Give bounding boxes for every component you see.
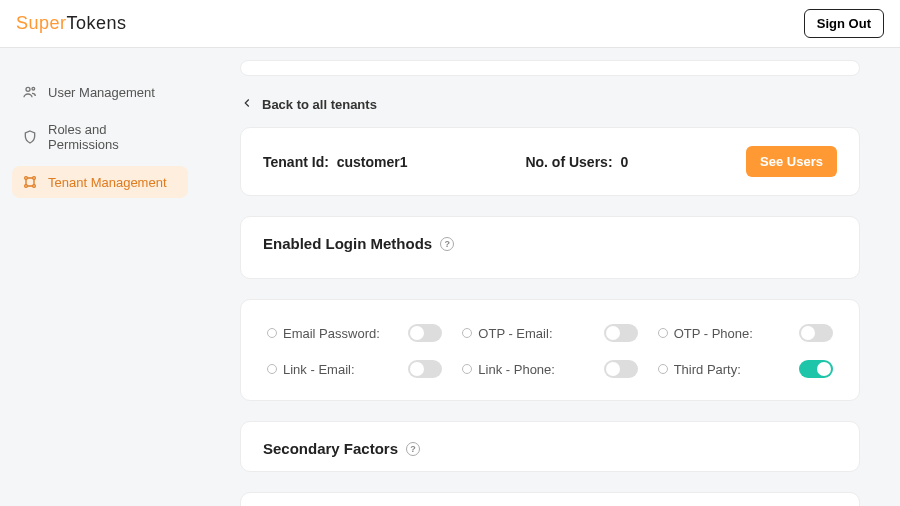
sidebar-item-tenant-management[interactable]: Tenant Management [12,166,188,198]
login-method-label-text: Email Password: [283,326,380,341]
info-icon[interactable] [462,364,472,374]
brand-part-b: Tokens [67,13,127,33]
login-method-toggle[interactable] [799,360,833,378]
login-method-toggle[interactable] [604,324,638,342]
shield-icon [22,129,38,145]
tenant-id-value: customer1 [337,154,408,170]
info-icon[interactable] [462,328,472,338]
tenant-id: Tenant Id: customer1 [263,154,408,170]
main-content: Back to all tenants Tenant Id: customer1… [200,48,900,506]
tenant-id-label: Tenant Id: [263,154,329,170]
login-method-label-text: OTP - Phone: [674,326,753,341]
svg-point-0 [26,87,30,91]
back-label: Back to all tenants [262,97,377,112]
login-methods-title: Enabled Login Methods [263,235,432,252]
back-to-tenants-link[interactable]: Back to all tenants [240,96,860,113]
card-stub-top [240,60,860,76]
arrow-left-icon [240,96,254,113]
sidebar-item-roles-permissions[interactable]: Roles and Permissions [12,114,188,160]
login-method-label-text: Third Party: [674,362,741,377]
login-method-row: OTP - Phone: [658,324,833,342]
login-method-row: Link - Phone: [462,360,637,378]
help-icon[interactable]: ? [440,237,454,251]
secondary-factors-card: Secondary Factors ? [240,421,860,472]
login-method-toggle[interactable] [408,360,442,378]
building-icon [22,174,38,190]
login-methods-grid: Email Password:OTP - Email:OTP - Phone:L… [263,318,837,382]
login-method-label: Third Party: [658,362,741,377]
help-icon[interactable]: ? [406,442,420,456]
login-method-toggle[interactable] [408,324,442,342]
secondary-factors-toggles-card: TOTP:OTP - Email:OTP - Phone: [240,492,860,506]
login-methods-toggles-card: Email Password:OTP - Email:OTP - Phone:L… [240,299,860,401]
login-method-label-text: OTP - Email: [478,326,552,341]
login-methods-card: Enabled Login Methods ? [240,216,860,279]
svg-point-2 [25,177,28,180]
brand-logo: SuperTokens [16,13,127,34]
sidebar-item-label: User Management [48,85,155,100]
login-method-label: Email Password: [267,326,380,341]
sidebar-item-label: Roles and Permissions [48,122,178,152]
app-header: SuperTokens Sign Out [0,0,900,48]
sidebar-item-user-management[interactable]: User Management [12,76,188,108]
users-count-value: 0 [620,154,628,170]
svg-point-1 [32,87,35,90]
info-icon[interactable] [658,328,668,338]
login-method-label: OTP - Email: [462,326,552,341]
tenant-summary-card: Tenant Id: customer1 No. of Users: 0 See… [240,127,860,196]
svg-point-3 [33,177,36,180]
users-count-label: No. of Users: [525,154,612,170]
secondary-factors-title: Secondary Factors [263,440,398,457]
login-method-label: Link - Email: [267,362,355,377]
login-method-toggle[interactable] [604,360,638,378]
login-method-row: Email Password: [267,324,442,342]
see-users-button[interactable]: See Users [746,146,837,177]
info-icon[interactable] [658,364,668,374]
login-method-row: Link - Email: [267,360,442,378]
svg-point-4 [25,185,28,188]
login-method-row: Third Party: [658,360,833,378]
info-icon[interactable] [267,364,277,374]
users-icon [22,84,38,100]
brand-part-a: Super [16,13,67,33]
sidebar-item-label: Tenant Management [48,175,167,190]
info-icon[interactable] [267,328,277,338]
login-method-label: Link - Phone: [462,362,555,377]
login-method-label-text: Link - Phone: [478,362,555,377]
svg-point-5 [33,185,36,188]
login-method-label-text: Link - Email: [283,362,355,377]
sidebar: User Management Roles and Permissions Te… [0,48,200,506]
tenant-users: No. of Users: 0 [525,154,628,170]
login-method-row: OTP - Email: [462,324,637,342]
login-method-label: OTP - Phone: [658,326,753,341]
login-method-toggle[interactable] [799,324,833,342]
sign-out-button[interactable]: Sign Out [804,9,884,38]
